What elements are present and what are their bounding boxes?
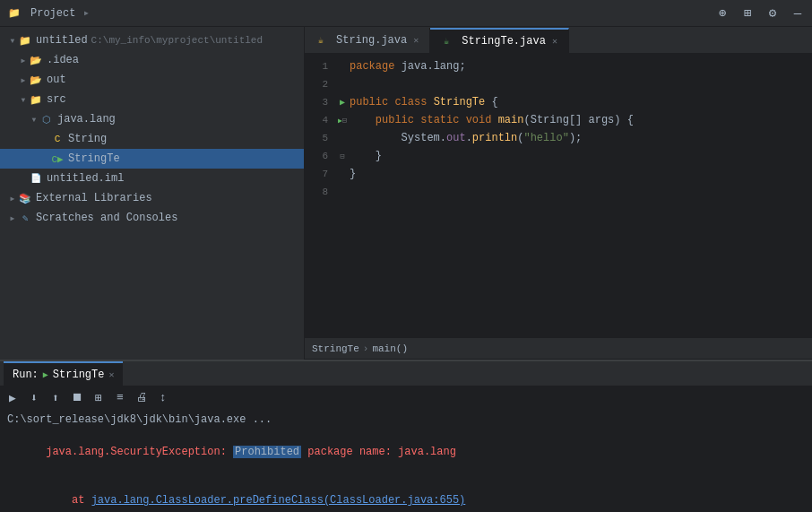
settings-icon[interactable]: ⚙ — [765, 6, 780, 21]
gutter-4: ▶ ⊟ — [335, 116, 350, 126]
run-tab[interactable]: Run: ▶ StringTe ✕ — [4, 361, 123, 386]
folder-out-icon: 📂 — [29, 73, 43, 87]
tree-item-string[interactable]: C String — [0, 129, 304, 149]
tree-item-scratches[interactable]: ✎ Scratches and Consoles — [0, 208, 304, 228]
breadcrumb-method: main() — [372, 343, 408, 354]
line-num-5: 5 — [308, 133, 335, 143]
tab-close-string[interactable]: ✕ — [411, 34, 420, 47]
tree-item-out[interactable]: 📂 out — [0, 70, 304, 90]
path-untitled: C:\my_info\myproject\untitled — [91, 35, 263, 46]
bottom-controls: ▶ ⬇ ⬆ ⏹ ⊞ ≡ 🖨 ↕ — [0, 386, 812, 410]
fold-6[interactable]: ⊟ — [340, 152, 344, 161]
tab-java-icon-stringte: ☕ — [439, 34, 454, 48]
top-bar-actions: ⊕ ⊞ ⚙ — — [715, 6, 805, 21]
error-suffix: package name: java.lang — [301, 446, 456, 458]
line-content-1: package java.lang; — [350, 60, 466, 73]
arrow-idea[interactable] — [18, 55, 29, 65]
print-button[interactable]: 🖨 — [133, 389, 151, 407]
code-line-6: 6 ⊟ } — [305, 147, 812, 165]
folder-idea-icon: 📂 — [29, 53, 43, 67]
arrow-scratches[interactable] — [7, 213, 18, 223]
breadcrumb-sep: › — [363, 343, 369, 354]
line-num-3: 3 — [308, 97, 335, 108]
error-prefix: java.lang.SecurityException: — [46, 446, 233, 458]
code-line-1: 1 package java.lang; — [305, 57, 812, 75]
tree-item-javalang[interactable]: ⬡ java.lang — [0, 109, 304, 129]
code-line-5: 5 System.out.println("hello"); — [305, 129, 812, 147]
gutter-6: ⊟ — [335, 152, 350, 161]
java-class-icon: C — [50, 132, 65, 146]
run-tab-class: StringTe — [53, 369, 105, 381]
label-stringte: StringTe — [68, 152, 120, 165]
code-line-3: 3 ▶ public class StringTe { — [305, 93, 812, 111]
arrow-out[interactable] — [18, 74, 29, 85]
label-scratches: Scratches and Consoles — [36, 212, 177, 224]
label-src: src — [47, 93, 66, 106]
fold-4[interactable]: ⊟ — [342, 116, 347, 126]
arrow-src[interactable] — [18, 94, 29, 105]
label-iml: untitled.iml — [47, 172, 124, 185]
line-content-4: public static void main(String[] args) { — [350, 114, 634, 126]
stacktrace-link-3[interactable]: java.lang.ClassLoader.preDefineClass(Cla… — [91, 494, 466, 507]
scroll-up-button[interactable]: ⬆ — [47, 389, 65, 407]
tree-item-stringte[interactable]: C▶ StringTe — [0, 149, 304, 169]
sidebar-tree: 📁 untitled C:\my_info\myproject\untitled… — [0, 27, 304, 360]
top-bar: 📁 Project ⊕ ⊞ ⚙ — — [0, 0, 812, 27]
arrow-javalang[interactable] — [29, 114, 39, 125]
label-extlibs: External Libraries — [36, 192, 152, 204]
project-icon: 📁 — [7, 6, 22, 21]
scroll-down-button[interactable]: ⬇ — [25, 389, 43, 407]
tree-item-iml[interactable]: 📄 untitled.iml — [0, 169, 304, 188]
code-editor[interactable]: 1 package java.lang; 2 3 ▶ public class … — [305, 54, 812, 338]
editor-area: ☕ String.java ✕ ☕ StringTe.java ✕ 1 pack… — [305, 27, 812, 360]
gutter-3: ▶ — [335, 97, 350, 108]
prohibited-highlight: Prohibited — [233, 446, 301, 458]
minimize-icon[interactable]: — — [790, 6, 805, 21]
tab-java-icon-string: ☕ — [314, 33, 328, 48]
iml-icon: 📄 — [29, 171, 43, 186]
arrow-untitled[interactable] — [7, 35, 18, 46]
scratches-icon: ✎ — [18, 211, 32, 225]
layout-button[interactable]: ⊞ — [90, 389, 108, 407]
tree-item-extlibs[interactable]: 📚 External Libraries — [0, 188, 304, 208]
label-untitled: untitled — [36, 34, 88, 47]
breadcrumb-class: StringTe — [312, 343, 359, 354]
line-num-1: 1 — [308, 61, 335, 72]
tab-string-java[interactable]: ☕ String.java ✕ — [305, 28, 430, 53]
label-out: out — [47, 74, 66, 86]
package-icon: ⬡ — [39, 112, 54, 126]
line-num-4: 4 — [308, 115, 335, 126]
tab-stringte-java[interactable]: ☕ StringTe.java ✕ — [430, 28, 569, 53]
add-icon[interactable]: ⊕ — [715, 6, 730, 21]
label-javalang: java.lang — [57, 113, 116, 126]
project-arrow[interactable] — [81, 8, 91, 19]
line-num-8: 8 — [308, 187, 335, 197]
console-line-cmd: C:\sort_release\jdk8\jdk\bin\java.exe ..… — [7, 412, 805, 428]
console-line-error: java.lang.SecurityException: Prohibited … — [7, 428, 805, 476]
folder-src-icon: 📁 — [29, 92, 43, 107]
tree-item-idea[interactable]: 📂 .idea — [0, 50, 304, 70]
arrow-extlibs[interactable] — [7, 193, 18, 204]
layout-icon[interactable]: ⊞ — [740, 6, 755, 21]
code-line-2: 2 — [305, 75, 812, 93]
run-button[interactable]: ▶ — [4, 389, 22, 407]
tree-item-untitled[interactable]: 📁 untitled C:\my_info\myproject\untitled — [0, 30, 304, 50]
main-area: 📁 untitled C:\my_info\myproject\untitled… — [0, 27, 812, 360]
line-content-6: } — [350, 150, 382, 162]
run-tab-close[interactable]: ✕ — [108, 369, 114, 380]
console-output: C:\sort_release\jdk8\jdk\bin\java.exe ..… — [0, 410, 812, 512]
tree-item-src[interactable]: 📁 src — [0, 90, 304, 109]
code-line-7: 7 } — [305, 165, 812, 183]
run-tab-label: Run: — [13, 369, 39, 381]
tab-label-stringte: StringTe.java — [462, 35, 546, 48]
bottom-panel: Run: ▶ StringTe ✕ ▶ ⬇ ⬆ ⏹ ⊞ ≡ 🖨 ↕ C:\sor… — [0, 360, 812, 512]
fold-button[interactable]: ↕ — [154, 389, 172, 407]
run-arrow-3[interactable]: ▶ — [340, 97, 345, 108]
stop-button[interactable]: ⏹ — [68, 389, 86, 407]
run-icon: ▶ — [43, 369, 48, 380]
menu-button[interactable]: ≡ — [111, 389, 129, 407]
line-num-6: 6 — [308, 151, 335, 161]
line-content-7: } — [350, 168, 356, 180]
editor-tabs: ☕ String.java ✕ ☕ StringTe.java ✕ — [305, 27, 812, 54]
tab-close-stringte[interactable]: ✕ — [550, 35, 559, 48]
